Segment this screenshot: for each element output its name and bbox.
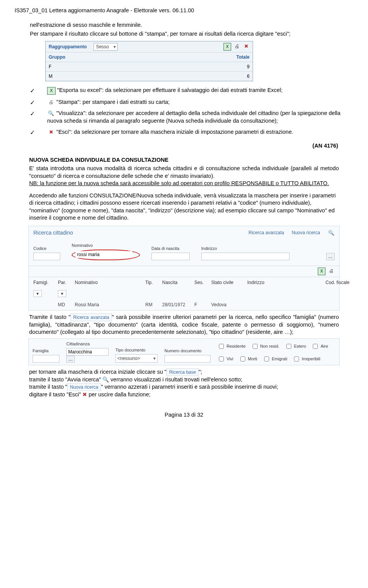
action-checklist: X"Esporta su excel": da selezionare per …	[30, 87, 353, 136]
doc-header: IS357_03_01 Lettera aggiornamento Anagra…	[15, 7, 353, 15]
list-item: 🔍"Visualizza": da selezionare per accede…	[30, 110, 353, 125]
after-3: tramite il tasto "Nuova ricerca" verrann…	[29, 383, 339, 391]
table-row[interactable]: MD Rossi Maria RM 28/01/1972 F Vedova	[29, 299, 339, 310]
list-item: 🖨"Stampa": per stampare i dati estratti …	[30, 99, 353, 106]
new-search-link[interactable]: Nuova ricerca	[292, 230, 320, 236]
exit-desc: "Esci": da selezionare per tornare alla …	[56, 129, 293, 135]
section-title: NUOVA SCHEDA INDIVIDUALE DA CONSULTAZION…	[29, 156, 353, 164]
chk-residente[interactable]: Residente	[217, 343, 246, 350]
exit-icon: ✖	[82, 391, 87, 398]
print-icon[interactable]: 🖨	[233, 43, 240, 50]
nominativo-input[interactable]	[76, 251, 132, 258]
filter-select[interactable]: ▾	[33, 290, 42, 297]
chk-emigrati[interactable]: Emigrati	[263, 355, 287, 363]
chk-nonresid[interactable]: Non resid.	[251, 343, 279, 350]
indirizzo-label: Indirizzo	[201, 246, 315, 251]
section-para-a: E' stata introdotta una nuova modalità d…	[29, 165, 339, 180]
page-footer: Pagina 13 di 32	[15, 411, 353, 419]
section-para-b: NB: la funzione per la nuova scheda sarà…	[29, 180, 339, 187]
view-desc: "Visualizza": da selezionare per acceder…	[47, 110, 340, 124]
nominativo-label: Nominativo	[72, 243, 140, 248]
advanced-panel: Famiglia Cittadinanza… Tipo documento<ne…	[28, 338, 340, 365]
ricerca-base-button[interactable]: Ricerca base	[166, 368, 199, 376]
chk-vivi[interactable]: Vivi	[217, 355, 233, 363]
indirizzo-input[interactable]	[201, 253, 289, 260]
lookup-button[interactable]: …	[66, 356, 75, 363]
tramite-text: Tramite il tasto "Ricerca avanzata" sarà…	[29, 314, 339, 336]
codice-input[interactable]	[33, 253, 60, 260]
grouping-label: Raggruppamento	[49, 44, 87, 49]
print-desc: "Stampa": per stampare i dati estratti s…	[56, 99, 170, 105]
view-icon: 🔍	[47, 110, 55, 117]
intro-line-1: nell'estrazione di sesso maschile e femm…	[30, 21, 353, 29]
more-button[interactable]: …	[326, 253, 335, 260]
grid-filter-row: ▾ ▾	[29, 288, 339, 299]
cittadinanza-label: Cittadinanza	[66, 341, 108, 347]
famiglia-label: Famiglia	[33, 348, 59, 354]
grouping-col2: Totale	[149, 53, 253, 62]
after-1: per tornare alla maschera di ricerca ini…	[29, 368, 339, 376]
data-input[interactable]	[151, 253, 190, 260]
chk-estero[interactable]: Estero	[285, 343, 306, 350]
nuova-ricerca-button[interactable]: Nuova ricerca	[67, 383, 101, 391]
table-row: F 9	[46, 62, 253, 71]
numdoc-input[interactable]	[164, 355, 210, 363]
advanced-search-link[interactable]: Ricerca avanzata	[248, 230, 284, 236]
excel-desc: "Esporta su excel": da selezionare per e…	[57, 87, 283, 93]
search-icon[interactable]: 🔍	[328, 229, 335, 236]
numdoc-label: Numero documento	[164, 348, 210, 354]
after-4: digitare il tasto "Esci" ✖ per uscire da…	[29, 391, 339, 399]
chk-morti[interactable]: Morti	[239, 355, 257, 363]
search-panel: Ricerca cittadino Ricerca avanzata Nuova…	[28, 226, 340, 310]
data-label: Data di nascita	[151, 246, 190, 251]
print-icon: 🖨	[47, 99, 55, 106]
tipodoc-select[interactable]: <nessuno>	[115, 354, 158, 363]
intro-line-2: Per stampare il risultato cliccare sul b…	[30, 30, 353, 38]
chk-aire[interactable]: Aire	[311, 343, 328, 350]
search-title: Ricerca cittadino	[33, 229, 73, 237]
reference-code: (AN 4176)	[15, 142, 338, 150]
grid-header: Famigl. Par. Nominativo Tip. Nascita Ses…	[29, 277, 339, 288]
exit-icon[interactable]: ✖	[243, 43, 250, 50]
ricerca-avanzata-button[interactable]: Ricerca avanzata	[71, 314, 112, 321]
filter-select[interactable]: ▾	[58, 290, 66, 297]
after-2: tramite il tasto "Avvia ricerca" 🔍 verra…	[29, 376, 339, 384]
tipodoc-label: Tipo documento	[115, 347, 158, 353]
excel-icon: X	[47, 87, 56, 95]
search-icon: 🔍	[102, 376, 109, 383]
list-item: ✖"Esci": da selezionare per tornare alla…	[30, 128, 353, 136]
chk-irreperibili[interactable]: Irreperibili	[292, 355, 320, 363]
list-item: X"Esporta su excel": da selezionare per …	[30, 87, 353, 94]
grouping-col1: Gruppo	[46, 53, 149, 62]
excel-icon[interactable]: X	[318, 268, 325, 275]
table-row: M 6	[46, 71, 253, 81]
excel-icon[interactable]: X	[223, 43, 231, 51]
grouping-panel: Raggruppamento Sesso X 🖨 ✖ Gruppo Totale…	[45, 41, 253, 82]
cittadinanza-input[interactable]	[66, 348, 108, 356]
codice-label: Codice	[33, 246, 60, 251]
grouping-select[interactable]: Sesso	[94, 43, 118, 51]
famiglia-input[interactable]	[33, 355, 59, 363]
section-para-c: Accedendo alle funzioni CONSULTAZIONE/Nu…	[29, 192, 339, 222]
print-icon[interactable]: 🖨	[328, 268, 335, 274]
exit-icon: ✖	[47, 129, 55, 136]
